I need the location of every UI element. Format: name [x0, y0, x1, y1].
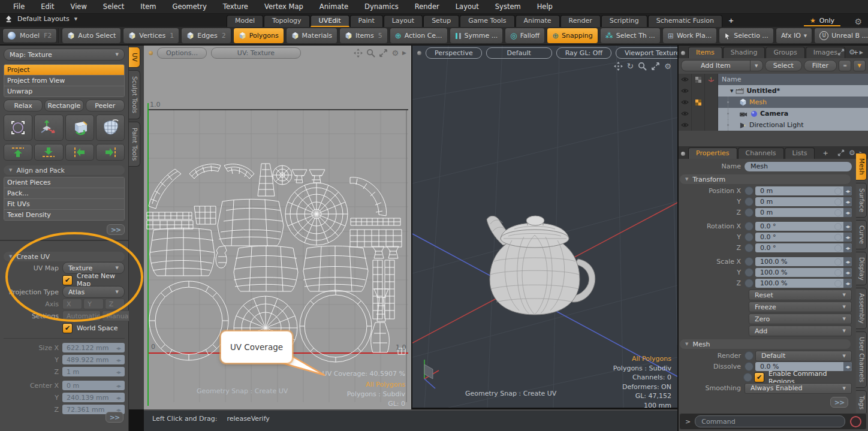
vtab-uv[interactable]: UV — [129, 47, 140, 68]
zoom-icon[interactable] — [638, 62, 647, 71]
channel-dot[interactable] — [745, 222, 754, 231]
size-y-field[interactable]: 489.922 mm◀▶ — [62, 355, 125, 364]
zero-dropdown-button[interactable]: Zero▼ — [749, 314, 852, 324]
item-name-cell[interactable]: ▼ Untitled* — [718, 85, 868, 97]
uv-map-button[interactable]: UV: Texture — [211, 47, 301, 59]
spinner-icon[interactable]: ◀▶ — [116, 346, 120, 350]
viewport-widget-icon[interactable] — [417, 51, 421, 55]
align-and-pack-header[interactable]: ▼ Align and Pack — [4, 165, 125, 175]
vtab-mesh[interactable]: Mesh — [856, 153, 867, 180]
freeze-dropdown-button[interactable]: Freeze▼ — [749, 302, 852, 312]
center-y-field[interactable]: 240.139 mm◀▶ — [62, 393, 125, 402]
rotation-y-field[interactable]: 0.0 °◀▶ — [755, 233, 852, 242]
shading-default-button[interactable]: Default — [486, 47, 552, 59]
tab-properties[interactable]: Properties — [688, 147, 737, 159]
vtab-paint-tools[interactable]: Paint Tools — [129, 122, 140, 167]
spinner-icon[interactable]: ◀▶ — [116, 408, 120, 412]
work-plane-button[interactable]: ⊞ Work Pla... — [662, 28, 717, 44]
item-row-mesh[interactable]: Mesh — [679, 97, 868, 108]
auto-select-button[interactable]: Auto Select — [62, 28, 121, 44]
tab-schematic-fusion[interactable]: Schematic Fusion — [648, 15, 722, 27]
add-item-button[interactable]: Add Item ▼ — [681, 60, 763, 71]
macro-record-icon[interactable] — [850, 416, 861, 427]
menu-layout[interactable]: Layout — [456, 2, 479, 11]
uv-unwrap-tool-button[interactable] — [96, 114, 125, 141]
size-z-field[interactable]: 1 m◀▶ — [62, 367, 125, 376]
relax-button[interactable]: Relax — [4, 100, 43, 111]
ray-gl-button[interactable]: Ray GL: Off — [556, 47, 611, 59]
menu-geometry[interactable]: Geometry — [173, 2, 207, 11]
create-new-map-checkbox[interactable]: ✔ — [62, 275, 73, 285]
scale-x-field[interactable]: 100.0 %◀▶ — [755, 257, 852, 266]
transform-section-header[interactable]: ▼ Transform — [680, 174, 851, 184]
tab-groups[interactable]: Groups — [765, 47, 804, 58]
axis-cell[interactable] — [705, 108, 718, 119]
maximize-icon[interactable] — [379, 49, 388, 58]
mesh-section-header[interactable]: ▼ Mesh — [680, 339, 851, 349]
action-center-button[interactable]: ⊕ Action Ce... — [390, 28, 448, 44]
render-dropdown[interactable]: Default▼ — [755, 351, 852, 361]
gear-icon[interactable]: ⚙ — [849, 48, 855, 56]
items-mode-button[interactable]: Items 5 — [339, 28, 388, 44]
maximize-icon[interactable] — [837, 149, 845, 156]
maximize-icon[interactable] — [837, 49, 845, 56]
axis-cell[interactable] — [705, 97, 718, 108]
polygons-mode-button[interactable]: Polygons — [233, 28, 284, 44]
axis-y-button[interactable]: Y — [83, 299, 103, 309]
enable-command-regions-checkbox[interactable]: ✔ — [754, 372, 764, 382]
align-right-button[interactable] — [96, 144, 125, 161]
channel-dot[interactable] — [745, 208, 754, 217]
filter-funnel-button[interactable]: ▼ — [853, 60, 866, 71]
perspective-3d-viewport[interactable]: Perspective Default Ray GL: Off Viewport… — [412, 46, 677, 408]
align-down-button[interactable] — [34, 144, 63, 161]
scale-y-field[interactable]: 100.0 %◀▶ — [755, 268, 852, 277]
zoom-icon[interactable] — [366, 49, 375, 58]
panel-expand-icon[interactable]: ▶ — [402, 50, 406, 56]
menu-edit[interactable]: Edit — [41, 2, 54, 11]
visibility-toggle[interactable] — [679, 97, 692, 108]
pan-icon[interactable] — [614, 62, 623, 71]
afx-io-button[interactable]: Afx IO ▼ — [776, 28, 812, 44]
projection-type-dropdown[interactable]: Atlas ▼ — [62, 286, 125, 298]
default-layouts-switcher[interactable]: Default Layouts ▼ — [5, 15, 77, 23]
filter-button[interactable]: Filter — [804, 60, 837, 71]
align-left-button[interactable] — [65, 144, 94, 161]
spinner-icon[interactable]: ◀▶ — [843, 268, 852, 277]
menu-animate[interactable]: Animate — [320, 2, 348, 11]
project-command[interactable]: Project — [4, 65, 124, 76]
axis-cell[interactable] — [705, 119, 718, 131]
channel-dot[interactable] — [745, 243, 754, 252]
more-properties-button[interactable]: >> — [830, 397, 848, 408]
item-row-untitled[interactable]: ▼ Untitled* — [679, 85, 868, 97]
tab-topology[interactable]: Topology — [264, 15, 310, 27]
add-layout-tab-button[interactable]: + — [723, 16, 739, 27]
select-button[interactable]: Select — [765, 60, 802, 71]
pan-icon[interactable] — [354, 49, 363, 58]
visibility-toggle[interactable] — [679, 108, 692, 119]
tab-lists[interactable]: Lists — [785, 147, 815, 159]
project-from-view-command[interactable]: Project from View — [4, 76, 124, 86]
vtab-assembly[interactable]: Assembly — [856, 288, 867, 329]
unwrap-command[interactable]: Unwrap — [4, 86, 124, 97]
fit-uvs-command[interactable]: Fit UVs — [4, 199, 124, 210]
orient-pieces-command[interactable]: Orient Pieces — [4, 177, 124, 188]
vtab-curve[interactable]: Curve — [856, 220, 867, 249]
falloff-button[interactable]: ◎ Falloff — [505, 28, 545, 44]
materials-mode-button[interactable]: Materials — [286, 28, 337, 44]
menu-item[interactable]: Item — [140, 2, 156, 11]
viewport-widget-icon[interactable] — [149, 51, 153, 55]
panel-widget-icon[interactable] — [681, 152, 685, 156]
spinner-icon[interactable]: ◀▶ — [843, 233, 852, 242]
name-field[interactable]: Mesh — [745, 162, 852, 171]
select-through-button[interactable]: ⁂ Select Th ... — [600, 28, 661, 44]
channel-dot[interactable] — [745, 362, 754, 371]
item-name-cell[interactable]: Mesh — [718, 97, 868, 108]
spinner-icon[interactable]: ◀▶ — [843, 279, 852, 288]
orbit-icon[interactable]: ↻ — [627, 61, 634, 71]
texel-density-command[interactable]: Texel Density — [4, 210, 124, 220]
uv-options-button[interactable]: Options... — [157, 47, 207, 59]
only-toggle-button[interactable]: ★ Only — [804, 16, 840, 26]
channel-dot[interactable] — [745, 233, 754, 242]
edges-mode-button[interactable]: Edges 2 — [181, 28, 231, 44]
channel-dot[interactable] — [745, 257, 754, 266]
